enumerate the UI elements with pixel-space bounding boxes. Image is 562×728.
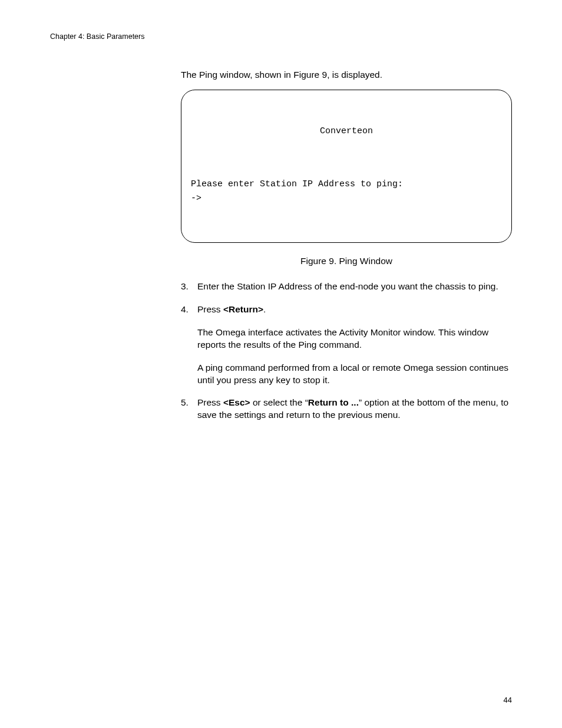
terminal-prompt: Please enter Station IP Address to ping:: [191, 179, 403, 189]
steps-list: 3. Enter the Station IP Address of the e…: [181, 281, 512, 421]
esc-key: <Esc>: [223, 397, 250, 407]
terminal-cursor: ->: [191, 193, 201, 203]
chapter-header: Chapter 4: Basic Parameters: [50, 32, 512, 41]
return-key: <Return>: [223, 304, 263, 314]
step-body: Press <Esc> or select the “Return to ...…: [197, 397, 512, 421]
step-4: 4. Press <Return>. The Omega interface a…: [181, 304, 512, 387]
page: Chapter 4: Basic Parameters The Ping win…: [0, 0, 562, 728]
page-number: 44: [504, 696, 512, 704]
ping-window-terminal: Converteon Please enter Station IP Addre…: [181, 90, 512, 243]
step-body: Enter the Station IP Address of the end-…: [197, 281, 512, 293]
intro-text: The Ping window, shown in Figure 9, is d…: [181, 69, 512, 81]
step-text: or select the “: [250, 397, 308, 407]
step-number: 5.: [181, 397, 197, 421]
terminal-title: Converteon: [191, 124, 502, 139]
figure-caption: Figure 9. Ping Window: [181, 256, 512, 266]
step-body: Press <Return>. The Omega interface acti…: [197, 304, 512, 387]
step-text: .: [263, 304, 266, 314]
terminal-body: Please enter Station IP Address to ping:…: [191, 177, 502, 206]
step-text: Press: [197, 304, 223, 314]
step-3: 3. Enter the Station IP Address of the e…: [181, 281, 512, 293]
step-5: 5. Press <Esc> or select the “Return to …: [181, 397, 512, 421]
content-block: The Ping window, shown in Figure 9, is d…: [181, 69, 512, 421]
step-paragraph: The Omega interface activates the Activi…: [197, 327, 512, 351]
step-paragraph: A ping command performed from a local or…: [197, 362, 512, 387]
return-to-option: Return to ...: [308, 397, 359, 407]
step-text: Press: [197, 397, 223, 407]
step-number: 4.: [181, 304, 197, 387]
step-number: 3.: [181, 281, 197, 293]
